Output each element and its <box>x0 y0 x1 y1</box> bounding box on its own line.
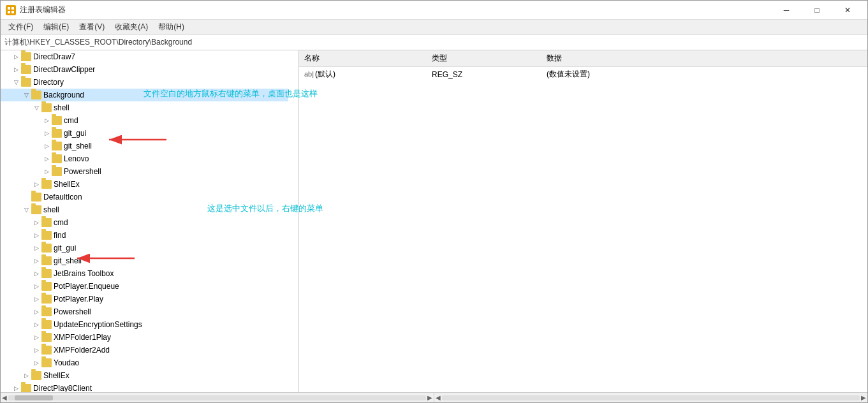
expander-git-shell2[interactable]: ▷ <box>31 256 41 266</box>
cell-name: ab|(默认) <box>299 67 427 82</box>
expander-shell-main[interactable]: ▽ <box>21 205 31 215</box>
expander-git-gui2[interactable]: ▷ <box>31 243 41 253</box>
folder-icon-potplayer-enqueue <box>41 282 52 291</box>
registry-values-pane[interactable]: 名称 类型 数据 ab|(默认) REG_SZ (数值未设置) <box>299 50 867 392</box>
folder-icon-cmd2 <box>41 218 52 227</box>
tree-item-xmpfolder2add[interactable]: ▷ XMPFolder2Add <box>1 344 288 356</box>
expander-defaulticon[interactable] <box>21 192 31 202</box>
tree-item-git-shell2[interactable]: ▷ git_shell <box>1 254 288 267</box>
expander-git-gui1[interactable]: ▷ <box>41 128 52 138</box>
folder-icon-jetbrains <box>41 269 52 278</box>
expander-shell1[interactable]: ▽ <box>31 103 41 113</box>
col-header-name[interactable]: 名称 <box>299 50 427 67</box>
expander-directory[interactable]: ▽ <box>11 77 21 87</box>
registry-tree-pane[interactable]: ▷ DirectDraw7 ▷ DirectDrawClipper ▽ Dire… <box>1 50 299 392</box>
tree-item-git-shell1[interactable]: ▷ git_shell <box>1 140 288 152</box>
expander-powershell1[interactable]: ▷ <box>41 166 52 177</box>
expander-directdrawclipper[interactable]: ▷ <box>11 64 21 75</box>
expander-directplay8client[interactable]: ▷ <box>11 383 21 392</box>
folder-icon-directdrawclipper <box>21 65 31 74</box>
svg-rect-3 <box>11 11 14 13</box>
expander-background[interactable]: ▽ <box>21 90 31 100</box>
expander-xmpfolder2add[interactable]: ▷ <box>31 345 41 355</box>
window-title: 注册表编辑器 <box>20 4 66 15</box>
expander-shellex2[interactable]: ▷ <box>21 370 31 381</box>
expander-directdraw7[interactable]: ▷ <box>11 52 21 62</box>
expander-lenovo[interactable]: ▷ <box>41 154 52 164</box>
tree-item-directdraw7[interactable]: ▷ DirectDraw7 <box>1 50 288 63</box>
col-header-type[interactable]: 类型 <box>427 50 541 67</box>
tree-label-lenovo: Lenovo <box>64 154 89 163</box>
expander-potplayer-play[interactable]: ▷ <box>31 294 41 304</box>
tree-item-potplayer-play[interactable]: ▷ PotPlayer.Play <box>1 293 288 305</box>
tree-label-directory: Directory <box>33 78 64 87</box>
folder-icon-directory <box>21 78 31 87</box>
tree-item-powershell1[interactable]: ▷ Powershell <box>1 165 288 178</box>
expander-powershell2[interactable]: ▷ <box>31 307 41 317</box>
expander-updateencryption[interactable]: ▷ <box>31 319 41 330</box>
tree-item-directplay8client[interactable]: ▷ DirectPlay8Client <box>1 382 288 392</box>
tree-item-find[interactable]: ▷ find <box>1 229 288 242</box>
tree-label-potplayer-play: PotPlayer.Play <box>54 295 103 304</box>
expander-shellex1[interactable]: ▷ <box>31 179 41 189</box>
tree-item-jetbrains[interactable]: ▷ JetBrains Toolbox <box>1 267 288 280</box>
menu-help[interactable]: 帮助(H) <box>153 20 189 34</box>
folder-icon-powershell1 <box>52 167 62 176</box>
tree-item-xmpfolder1play[interactable]: ▷ XMPFolder1Play <box>1 331 288 344</box>
menu-bar: 文件(F) 编辑(E) 查看(V) 收藏夹(A) 帮助(H) <box>1 20 867 35</box>
tree-item-updateencryption[interactable]: ▷ UpdateEncryptionSettings <box>1 318 288 331</box>
tree-item-shellex1[interactable]: ▷ ShellEx <box>1 178 288 191</box>
tree-item-cmd2[interactable]: ▷ cmd <box>1 216 288 229</box>
expander-potplayer-enqueue[interactable]: ▷ <box>31 281 41 291</box>
tree-item-potplayer-enqueue[interactable]: ▷ PotPlayer.Enqueue <box>1 280 288 293</box>
close-button[interactable]: ✕ <box>833 1 862 20</box>
tree-label-background: Background <box>43 91 84 99</box>
app-icon <box>6 5 16 15</box>
expander-find[interactable]: ▷ <box>31 230 41 240</box>
tree-item-cmd1[interactable]: ▷ cmd <box>1 114 288 127</box>
expander-cmd2[interactable]: ▷ <box>31 217 41 228</box>
menu-view[interactable]: 查看(V) <box>74 20 110 34</box>
expander-git-shell1[interactable]: ▷ <box>41 141 52 151</box>
menu-favorites[interactable]: 收藏夹(A) <box>110 20 153 34</box>
tree-item-git-gui1[interactable]: ▷ git_gui <box>1 127 288 140</box>
folder-icon-directplay8client <box>21 384 31 392</box>
folder-icon-shell-main <box>31 205 41 214</box>
tree-item-shell1[interactable]: ▽ shell <box>1 101 288 114</box>
cell-data: (数值未设置) <box>541 67 867 82</box>
tree-label-youdao: Youdao <box>54 358 79 367</box>
tree-label-cmd1: cmd <box>64 116 78 125</box>
tree-item-shell-main[interactable]: ▽ shell <box>1 203 288 216</box>
expander-jetbrains[interactable]: ▷ <box>31 268 41 279</box>
menu-file[interactable]: 文件(F) <box>3 20 38 34</box>
table-row[interactable]: ab|(默认) REG_SZ (数值未设置) <box>299 67 867 82</box>
minimize-button[interactable]: ─ <box>772 1 801 20</box>
expander-youdao[interactable]: ▷ <box>31 358 41 368</box>
tree-item-directory[interactable]: ▽ Directory <box>1 76 288 89</box>
maximize-button[interactable]: □ <box>802 1 832 20</box>
bottom-scrollbar: ◀ ▶ ◀ ▶ <box>1 392 867 402</box>
folder-icon-xmpfolder1play <box>41 333 52 342</box>
tree-label-shell1: shell <box>54 103 70 112</box>
folder-icon-shellex2 <box>31 371 41 380</box>
tree-label-cmd2: cmd <box>54 218 68 227</box>
tree-label-find: find <box>54 231 66 240</box>
tree-item-shellex2[interactable]: ▷ ShellEx <box>1 369 288 382</box>
menu-edit[interactable]: 编辑(E) <box>38 20 74 34</box>
left-scrollbar[interactable]: ◀ ▶ <box>1 393 434 402</box>
tree-item-defaulticon[interactable]: DefaultIcon <box>1 191 288 203</box>
tree-item-git-gui2[interactable]: ▷ git_gui <box>1 242 288 254</box>
expander-xmpfolder1play[interactable]: ▷ <box>31 332 41 342</box>
right-scrollbar[interactable]: ◀ ▶ <box>434 393 867 402</box>
tree-item-youdao[interactable]: ▷ Youdao <box>1 356 288 369</box>
tree-item-powershell2[interactable]: ▷ Powershell <box>1 305 288 318</box>
expander-cmd1[interactable]: ▷ <box>41 115 52 126</box>
col-header-data[interactable]: 数据 <box>541 50 867 67</box>
folder-icon-background <box>31 91 41 99</box>
tree-item-directdrawclipper[interactable]: ▷ DirectDrawClipper <box>1 63 288 76</box>
title-bar: 注册表编辑器 ─ □ ✕ <box>1 1 867 20</box>
tree-item-background[interactable]: ▽ Background <box>1 89 288 101</box>
values-table: 名称 类型 数据 ab|(默认) REG_SZ (数值未设置) <box>299 50 867 82</box>
tree-item-lenovo[interactable]: ▷ Lenovo <box>1 152 288 165</box>
address-bar[interactable]: 计算机\HKEY_CLASSES_ROOT\Directory\Backgrou… <box>1 35 867 50</box>
